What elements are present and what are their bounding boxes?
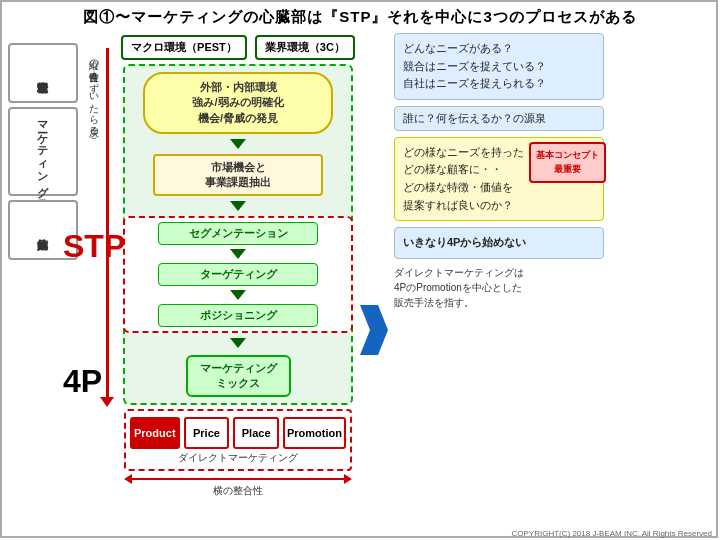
direct-label: ダイレクトマーケティング — [130, 451, 346, 465]
c3-box: 業界環境（3C） — [255, 35, 355, 60]
yoko-label: 横の整合性 — [213, 484, 263, 498]
sidebar-item-marketing-strategy: マーケティング基本戦略 — [8, 107, 78, 196]
svg-marker-0 — [360, 305, 388, 355]
copyright: COPYRIGHT(C) 2018 J-BEAM INC. All Rights… — [512, 529, 713, 538]
basic-concept-box: 基本コンセプト 最重要 — [529, 142, 606, 183]
place-box: Place — [233, 417, 279, 449]
main-green-box: 外部・内部環境 強み/弱みの明確化 機会/脅威の発見 市場機会と 事業課題抽出 … — [123, 64, 353, 405]
stp-item-segmentation: セグメンテーション — [158, 222, 318, 245]
env-boxes-row: マクロ環境（PEST） 業界環境（3C） — [121, 35, 355, 60]
right-panel-top: どんなニーズがある？ 競合はニーズを捉えている？ 自社はニーズを捉えられる？ — [394, 33, 604, 100]
arrow-down-tar — [230, 290, 246, 300]
stp-item-targeting: ターゲティング — [158, 263, 318, 286]
tate-label: 縦の整合性（まずいたら戻る） — [84, 53, 100, 130]
yellow-env-box: 外部・内部環境 強み/弱みの明確化 機会/脅威の発見 — [143, 72, 333, 134]
stp-item-positioning: ポジショニング — [158, 304, 318, 327]
right-panel-mid: 誰に？何を伝えるか？の源泉 — [394, 106, 604, 131]
right-footnote: ダイレクトマーケティングは 4PのPromotionを中心とした 販売手法を指す… — [394, 265, 604, 310]
blue-arrow-container — [360, 133, 388, 527]
arrow-down-1 — [230, 139, 246, 149]
content-area: 市場環境分析 マーケティング基本戦略 具体的施策 縦の整合性（まずいたら戻る） … — [8, 33, 712, 527]
sidebar-item-market-env: 市場環境分析 — [8, 43, 78, 103]
page-title: 図①〜マーケティングの心臓部は『STP』それを中心に3つのプロセスがある — [8, 8, 712, 27]
right-panel-main-container: どの様なニーズを持った・・ どの様な顧客に・・ どの様な特徴・価値を 提案すれば… — [394, 137, 604, 221]
promotion-box: Promotion — [283, 417, 346, 449]
left-sidebar: 市場環境分析 マーケティング基本戦略 具体的施策 — [8, 43, 78, 527]
right-panel-bottom: いきなり4Pから始めない — [394, 227, 604, 259]
arrow-down-seg — [230, 249, 246, 259]
main-container: 図①〜マーケティングの心臓部は『STP』それを中心に3つのプロセスがある 市場環… — [0, 0, 720, 540]
center-content: マクロ環境（PEST） 業界環境（3C） 外部・内部環境 強み/弱みの明確化 機… — [118, 33, 358, 527]
price-box: Price — [184, 417, 230, 449]
blue-arrow-icon — [360, 305, 388, 355]
arrow-down-3 — [230, 338, 246, 348]
pest-box: マクロ環境（PEST） — [121, 35, 247, 60]
arrow-down-2 — [230, 201, 246, 211]
fourp-label: 4P — [63, 363, 102, 400]
stp-box: セグメンテーション ターゲティング ポジショニング — [123, 216, 353, 333]
yoko-arrow — [124, 474, 352, 484]
product-box: Product — [130, 417, 180, 449]
stp-label: STP — [63, 228, 125, 265]
right-panels: どんなニーズがある？ 競合はニーズを捉えている？ 自社はニーズを捉えられる？ 誰… — [394, 33, 604, 527]
mix-box: マーケティング ミックス — [186, 355, 291, 397]
market-box: 市場機会と 事業課題抽出 — [153, 154, 323, 196]
fourp-dashed-container: Product Price Place Promotion ダイレクトマーケティ… — [124, 409, 352, 471]
saijuyo-label: 最重要 — [536, 162, 599, 176]
fourp-row: Product Price Place Promotion — [130, 417, 346, 449]
